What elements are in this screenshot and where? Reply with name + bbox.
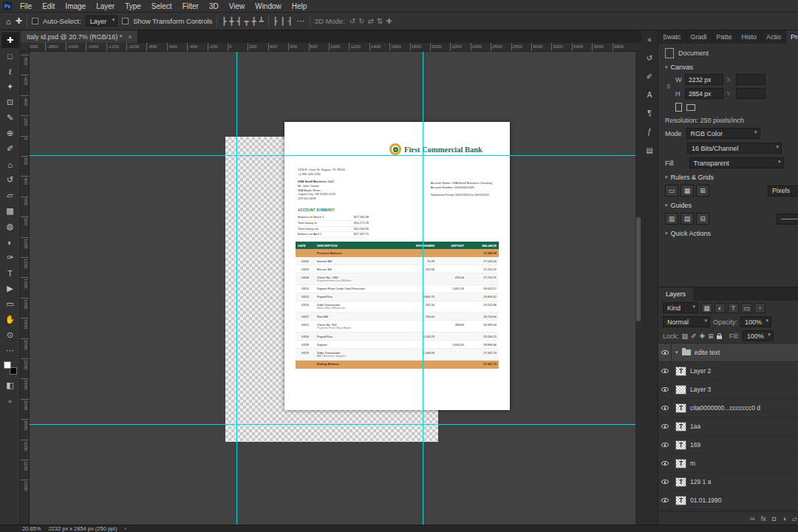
horizontal-guide[interactable] <box>30 155 641 156</box>
panel-tab-patte[interactable]: Patte <box>712 30 737 44</box>
align-icon[interactable]: ╋ <box>251 17 256 25</box>
landscape-orientation-icon[interactable] <box>686 104 695 111</box>
link-layers-icon[interactable]: ∞ <box>750 515 754 522</box>
color-swatches[interactable] <box>4 361 17 375</box>
auto-select-dropdown[interactable]: Layer <box>86 16 118 27</box>
ruler-option-button[interactable]: ▭ <box>665 185 678 197</box>
height-input[interactable]: 2854 px <box>685 88 723 99</box>
padlock-icon[interactable] <box>717 335 722 339</box>
canvas-section-header[interactable]: ▾ Canvas <box>665 64 798 71</box>
layer-mask-icon[interactable]: ◘ <box>772 515 776 522</box>
layers-tab[interactable]: Layers <box>658 287 693 301</box>
show-transform-checkbox[interactable] <box>122 18 129 24</box>
filter-type-icon[interactable]: ◐ <box>715 303 726 313</box>
portrait-orientation-icon[interactable] <box>675 103 682 112</box>
layer-row[interactable]: ▾edite text <box>658 344 798 362</box>
menu-item-window[interactable]: Window <box>250 0 287 13</box>
status-chevron-icon[interactable]: › <box>124 525 126 532</box>
quick-selection-tool[interactable]: ✦ <box>1 79 19 95</box>
menu-item-layer[interactable]: Layer <box>91 0 120 13</box>
path-select-tool[interactable]: ▶ <box>1 281 19 296</box>
auto-select-checkbox[interactable] <box>32 18 38 24</box>
gradient-tool[interactable]: ▩ <box>1 203 19 219</box>
close-tab-icon[interactable]: × <box>128 33 132 41</box>
lock-icon[interactable]: ▨ <box>682 332 689 340</box>
pen-tool[interactable]: ✑ <box>1 250 19 265</box>
align-icon[interactable]: ┳ <box>244 17 248 25</box>
adjustment-layer-icon[interactable]: ◑ <box>782 515 785 522</box>
filter-type-icon[interactable]: ▫ <box>754 303 765 313</box>
lock-icon[interactable]: ⊞ <box>708 332 714 340</box>
guides-section-header[interactable]: ▾ Guides <box>665 202 798 209</box>
color-mode-dropdown[interactable]: RGB Color <box>686 128 760 139</box>
foreground-color-swatch[interactable] <box>4 361 11 369</box>
brush-settings-icon[interactable]: ✐ <box>643 70 656 82</box>
layer-row[interactable]: T169 <box>658 436 798 454</box>
visibility-toggle[interactable] <box>658 417 672 436</box>
align-icon[interactable]: ┻ <box>259 17 263 25</box>
layer-row[interactable]: T129 1 a <box>658 473 798 491</box>
panel-tab-histo[interactable]: Histo <box>737 30 763 44</box>
menu-item-image[interactable]: Image <box>60 0 91 13</box>
layer-row[interactable]: Layer 3 <box>658 381 798 399</box>
layer-row[interactable]: Tm <box>658 454 798 473</box>
panel-tab-swatc[interactable]: Swatc <box>658 30 686 44</box>
align-icon[interactable]: ┫ <box>236 17 241 25</box>
blur-tool[interactable]: ◍ <box>1 219 19 234</box>
filter-type-icon[interactable]: ▭ <box>741 303 752 313</box>
menu-item-3d[interactable]: 3D <box>204 0 224 13</box>
more-options-icon[interactable]: ⋯ <box>297 16 305 26</box>
quick-actions-section-header[interactable]: ▾ Quick Actions <box>665 230 798 237</box>
scrollbar-thumb[interactable] <box>636 217 641 321</box>
clone-stamp-tool[interactable]: ⌂ <box>1 157 19 172</box>
lock-icon[interactable]: ✚ <box>700 332 706 340</box>
guide-style-dropdown[interactable]: ———— <box>777 214 798 225</box>
width-input[interactable]: 2232 px <box>685 74 723 85</box>
align-icon[interactable]: ┣ <box>222 17 226 25</box>
healing-brush-tool[interactable]: ⊕ <box>1 126 19 141</box>
rulers-grids-section-header[interactable]: ▾ Rulers & Grids <box>665 174 798 181</box>
zoom-tool[interactable]: ⊙ <box>1 327 19 343</box>
brush-tool[interactable]: ✐ <box>1 141 19 157</box>
dodge-tool[interactable]: ◐ <box>1 234 19 250</box>
visibility-toggle[interactable] <box>658 473 672 491</box>
move-tool[interactable]: ✚ <box>1 33 19 48</box>
glyphs-panel-icon[interactable]: ƒ <box>643 126 656 137</box>
libraries-panel-icon[interactable]: ▤ <box>643 144 656 156</box>
filter-type-icon[interactable]: ▦ <box>701 303 712 313</box>
x-input[interactable] <box>736 74 765 85</box>
canvas-scrollbar[interactable] <box>635 52 641 525</box>
opacity-dropdown[interactable]: 100% <box>740 316 771 327</box>
menu-item-select[interactable]: Select <box>146 0 177 13</box>
ruler-option-button[interactable]: ▦ <box>681 185 694 197</box>
visibility-toggle[interactable] <box>658 344 672 362</box>
canvas-viewport[interactable]: First Commercial Bank 1230 E. Court St. … <box>30 52 641 525</box>
filter-type-icon[interactable]: T <box>728 303 739 313</box>
guide-option-button[interactable]: ▤ <box>681 213 694 225</box>
menu-item-file[interactable]: File <box>15 0 37 13</box>
layer-row[interactable]: TLayer 2 <box>658 362 798 381</box>
align-icon[interactable]: ╋ <box>229 17 233 25</box>
quick-mask-icon[interactable]: ◧ <box>1 378 19 393</box>
layer-row[interactable]: Tcita0000000...ccccccc0 d <box>658 399 798 417</box>
eraser-tool[interactable]: ▱ <box>1 188 19 203</box>
visibility-toggle[interactable] <box>658 436 672 454</box>
distribute-icon[interactable]: ┃ <box>281 17 285 25</box>
screen-mode-icon[interactable]: ▫ <box>1 393 19 409</box>
character-panel-icon[interactable]: A <box>643 89 656 100</box>
layer-effects-icon[interactable]: fx <box>761 515 766 522</box>
guide-option-button[interactable]: ▥ <box>665 213 678 225</box>
visibility-toggle[interactable] <box>658 454 672 473</box>
menu-item-type[interactable]: Type <box>120 0 146 13</box>
collapse-panels-icon[interactable]: « <box>643 33 656 45</box>
menu-item-filter[interactable]: Filter <box>177 0 204 13</box>
distribute-icon[interactable]: ┨ <box>288 17 293 25</box>
link-dimensions-icon[interactable]: ∞ <box>665 84 672 89</box>
document-tab[interactable]: Italy id.psd @ 20.7% (RGB/16) * × <box>21 30 138 43</box>
menu-item-view[interactable]: View <box>224 0 250 13</box>
3d-mode-icon[interactable]: ↻ <box>358 17 364 25</box>
type-tool[interactable]: T <box>1 265 19 281</box>
chevron-down-icon[interactable]: ▾ <box>675 349 678 355</box>
3d-mode-icon[interactable]: ✚ <box>386 17 392 25</box>
eyedropper-tool[interactable]: ✎ <box>1 110 19 126</box>
